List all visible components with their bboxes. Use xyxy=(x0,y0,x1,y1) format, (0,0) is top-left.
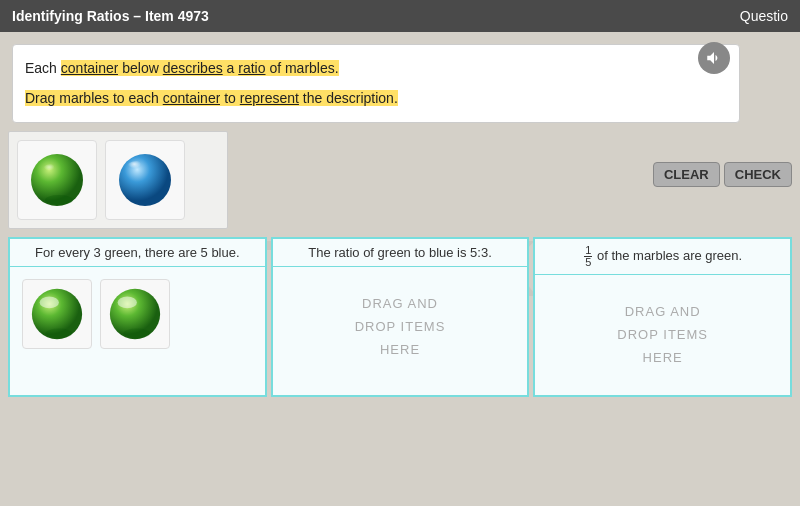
blue-marble-svg xyxy=(115,150,175,210)
text-container2: container xyxy=(163,90,221,106)
container-1[interactable]: For every 3 green, there are 5 blue. xyxy=(8,237,267,397)
speaker-icon xyxy=(705,49,723,67)
svg-point-4 xyxy=(126,161,148,175)
container-3-label: 1 5 of the marbles are green. xyxy=(535,239,790,275)
placed-marble-green-2[interactable] xyxy=(100,279,170,349)
instruction-line1: Each container below describes a ratio o… xyxy=(25,57,699,79)
text-the-desc: the description. xyxy=(299,90,398,106)
speaker-button[interactable] xyxy=(698,42,730,74)
text-drag: Drag marbles to each xyxy=(25,90,163,106)
text-to: to xyxy=(220,90,239,106)
svg-point-1 xyxy=(42,164,60,176)
marble-source-tray xyxy=(8,131,228,229)
action-buttons: CLEAR CHECK xyxy=(653,162,792,187)
container-3[interactable]: 1 5 of the marbles are green. DRAG ANDDR… xyxy=(533,237,792,397)
svg-point-9 xyxy=(118,296,137,308)
svg-point-2 xyxy=(45,195,73,205)
main-area: THINK Each container below describes a r… xyxy=(0,32,800,506)
fraction-display: 1 5 xyxy=(584,245,592,268)
clear-button[interactable]: CLEAR xyxy=(653,162,720,187)
green-marble-svg xyxy=(27,150,87,210)
svg-point-7 xyxy=(45,328,72,338)
source-marble-blue[interactable] xyxy=(105,140,185,220)
container-3-label-suffix: of the marbles are green. xyxy=(597,248,742,263)
svg-point-6 xyxy=(40,296,59,308)
container-2-label-text: The ratio of green to blue is 5:3. xyxy=(308,245,492,260)
question-label: Questio xyxy=(740,8,788,24)
text-represent: represent xyxy=(240,90,299,106)
page-title: Identifying Ratios – Item 4973 xyxy=(12,8,209,24)
container-2[interactable]: The ratio of green to blue is 5:3. DRAG … xyxy=(271,237,530,397)
placed-green-marble-2 xyxy=(106,285,164,343)
app-header: Identifying Ratios – Item 4973 Questio xyxy=(0,0,800,32)
instruction-line2: Drag marbles to each container to repres… xyxy=(25,87,699,109)
container-3-drop[interactable]: DRAG ANDDROP ITEMSHERE xyxy=(535,275,790,395)
placed-marble-green-1[interactable] xyxy=(22,279,92,349)
source-marble-green[interactable] xyxy=(17,140,97,220)
text-container1: container xyxy=(61,60,119,76)
container-1-label: For every 3 green, there are 5 blue. xyxy=(10,239,265,267)
svg-point-10 xyxy=(123,328,150,338)
check-button[interactable]: CHECK xyxy=(724,162,792,187)
instruction-box: Each container below describes a ratio o… xyxy=(12,44,740,123)
container-2-drop-label: DRAG ANDDROP ITEMSHERE xyxy=(355,292,446,362)
text-each: Each xyxy=(25,60,61,76)
containers-row: For every 3 green, there are 5 blue. xyxy=(8,237,792,397)
fraction-denominator: 5 xyxy=(584,257,592,268)
container-1-drop[interactable] xyxy=(10,267,265,387)
text-describes: describes xyxy=(163,60,223,76)
placed-green-marble-1 xyxy=(28,285,86,343)
container-2-label: The ratio of green to blue is 5:3. xyxy=(273,239,528,267)
container-3-drop-label: DRAG ANDDROP ITEMSHERE xyxy=(617,300,708,370)
svg-point-3 xyxy=(119,154,171,206)
text-below: below xyxy=(118,60,162,76)
text-ratio: ratio xyxy=(238,60,265,76)
text-a: a xyxy=(223,60,239,76)
fraction-numerator: 1 xyxy=(584,245,592,257)
text-of-marbles: of marbles. xyxy=(266,60,339,76)
container-1-label-text: For every 3 green, there are 5 blue. xyxy=(35,245,240,260)
container-2-drop[interactable]: DRAG ANDDROP ITEMSHERE xyxy=(273,267,528,387)
